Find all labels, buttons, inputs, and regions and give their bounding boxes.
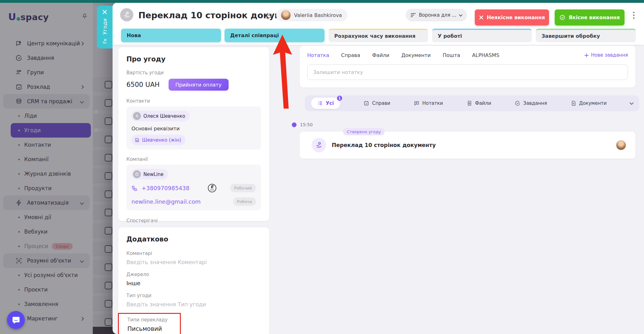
handshake-icon [315,141,323,149]
watchers-label: Спостерігачі [126,218,261,224]
company-chip[interactable]: NewLine [131,169,168,179]
check-circle-icon [515,100,520,106]
plus-icon: + [584,51,589,59]
chat-widget-button[interactable] [7,311,25,329]
deal-event-icon [312,138,326,152]
additional-title: Додатково [126,235,261,243]
calendar-icon [364,100,369,106]
assignee-name: Valeriia Bashkirova [294,12,342,18]
avatar [281,10,291,20]
timeline-time: 15:50 [300,122,313,127]
more-menu-icon[interactable] [633,12,635,19]
stage-finish-processing[interactable]: Завершити обробку [536,29,636,42]
stage-cooperation-details[interactable]: Деталі співпраці [225,29,325,42]
avatar [616,140,626,150]
deal-header: Переклад 10 сторінок документу Valeriia … [113,3,644,45]
filter-files[interactable]: Файли [467,100,491,106]
translation-type-value[interactable]: Письмовий [127,325,180,332]
note-icon [414,100,419,106]
amount-label: Вартість угоди [126,70,261,76]
count-badge: 1 [336,95,343,101]
timeline-filter-bar: Усі 1 Справи Нотатки Файли Завдання Доку… [305,95,639,111]
deal-modal: Переклад 10 сторінок документу Valeriia … [113,3,644,334]
annotation-highlight-box: Типи перекладу Письмовий [118,313,181,334]
activity-tabs: Нотатка Справа Файли Документи Пошта ALP… [307,51,628,59]
company-phone[interactable]: +380970985438 [142,185,190,191]
filter-notes[interactable]: Нотатки [414,100,443,106]
activity-card: Нотатка Справа Файли Документи Пошта ALP… [300,46,636,88]
deal-type-label: Тип угоди [126,293,261,298]
deal-avatar [120,8,133,21]
new-task-button[interactable]: +Нове завдання [584,51,628,59]
filter-all[interactable]: Усі 1 [311,98,340,109]
source-value[interactable]: Інше [126,280,261,286]
contact-chip[interactable]: Олеся Шевченко [131,111,190,121]
requisite-chip[interactable]: Шевченко (жін) [131,135,186,145]
timeline-dot [292,122,297,127]
event-badge: Створено угоду [343,128,385,135]
additional-card: Додатково Коментарі Введіть значення Ком… [118,227,269,334]
deals-slideover-tab[interactable]: Угоди [97,6,113,48]
chevron-down-icon [459,13,462,16]
list-icon [317,100,323,106]
x-icon [479,15,484,20]
tab-mail[interactable]: Пошта [443,52,460,58]
about-deal-card: Про угоду Вартість угоди 6500 UAH Прийня… [118,47,269,221]
filter-cases[interactable]: Справи [364,100,390,106]
contacts-label: Контакти [126,98,261,104]
stage-time-estimate[interactable]: Розрахунок часу виконання [329,29,428,42]
amount-value: 6500 UAH [126,81,160,88]
filter-icon [411,13,416,17]
company-group: NewLine +380970985438 Echat Робочий newl… [126,165,261,210]
translation-type-label: Типи перекладу [127,317,180,323]
tab-note[interactable]: Нотатка [307,52,329,58]
deal-type-placeholder[interactable]: Введіть значення Тип угоди [126,301,261,308]
company-email[interactable]: newline.line@gmail.com [131,198,201,205]
tab-documents[interactable]: Документи [401,52,431,58]
fail-button[interactable]: Неякісне виконання [475,9,549,25]
comments-placeholder[interactable]: Введіть значення Коментарі [126,259,261,265]
phone-icon [131,185,138,191]
document-icon [135,138,140,143]
link-icon[interactable] [265,12,273,20]
note-input[interactable] [307,65,628,80]
chevron-down-icon[interactable] [630,101,634,105]
echat-icon[interactable]: Echat [208,184,216,192]
stage-in-progress[interactable]: У роботі [432,29,532,42]
check-circle-icon [559,14,565,20]
source-label: Джерело [126,272,261,277]
tab-files[interactable]: Файли [372,52,390,58]
tab-case[interactable]: Справа [341,52,360,58]
handshake-icon [123,11,130,19]
about-title: Про угоду [126,55,261,63]
funnel-select[interactable]: Воронка для ... [406,9,467,21]
companies-label: Компанії [126,156,261,162]
timeline-event-card[interactable]: Створено угоду Переклад 10 сторінок доку… [300,132,636,159]
top-accent-bar [0,0,644,3]
email-type-tag: Робоча [233,197,256,206]
building-icon [133,170,141,178]
comments-label: Коментарі [126,251,261,256]
success-button[interactable]: Якісне виконання [555,9,625,25]
filter-documents[interactable]: Документи [571,100,607,106]
chat-bubble-icon [12,316,20,325]
handshake-icon [102,38,108,45]
tab-alphasms[interactable]: ALPHASMS [472,52,499,58]
document-icon [571,100,576,106]
contact-group: Олеся Шевченко Основні реквізити Шевченк… [126,106,261,150]
file-clip-icon [467,100,472,106]
deals-tab-label: Угоди [102,18,108,35]
event-title: Переклад 10 сторінок документу [332,142,436,148]
person-icon [133,112,141,120]
accept-payment-button[interactable]: Прийняти оплату [169,79,229,91]
requisites-label: Основні реквізити [131,126,256,132]
filter-tasks[interactable]: Завдання [515,100,547,106]
assignee-chip[interactable]: Valeriia Bashkirova [276,9,347,21]
phone-type-tag: Робочий [230,184,256,192]
close-icon[interactable] [102,9,107,14]
stage-new[interactable]: Нова [121,29,221,42]
